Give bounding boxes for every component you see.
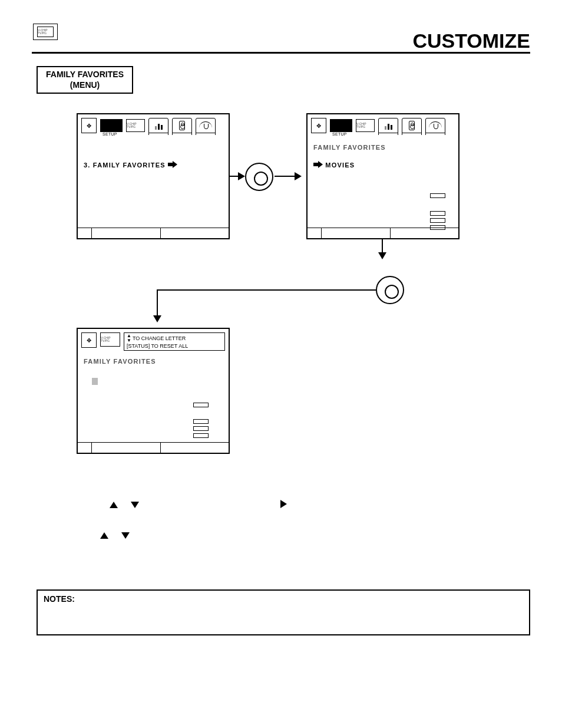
screen-1-body: 3. FAMILY FAVORITES xyxy=(78,137,229,230)
screen-2: ✥ SETUP V-CHIP TV/PG FAMILY FAVORITES MO… xyxy=(306,113,459,239)
arrowhead-right-icon xyxy=(295,172,302,180)
sel-text: FAMILY FAVORITES xyxy=(93,162,166,169)
screen-3-toolbar: ✥ V-CHIP TV/PG ▲▼ TO CHANGE LETTER [STAT… xyxy=(78,329,229,352)
screen-1-footer xyxy=(78,228,229,238)
nav-arrows-icon: ✥ xyxy=(81,118,97,133)
up-triangle-icon xyxy=(110,500,118,510)
hint-box: ▲▼ TO CHANGE LETTER [STATUS] TO RESET AL… xyxy=(124,332,225,351)
side-indicators xyxy=(193,403,209,407)
arrowhead-down-icon xyxy=(378,252,386,259)
screen-2-body: FAMILY FAVORITES MOVIES xyxy=(308,137,458,230)
arrowhead-down-icon xyxy=(153,315,161,322)
tab-antenna-icon xyxy=(196,118,216,133)
vchip-icon: V-CHIP TV/PG xyxy=(100,332,120,347)
page-title: CUSTOMIZE xyxy=(412,29,530,52)
down-triangle-icon xyxy=(121,531,130,541)
flow-line xyxy=(382,239,383,253)
tab-speaker-icon xyxy=(172,118,192,133)
arrow-right-icon xyxy=(313,162,323,167)
screen-1-toolbar: ✥ SETUP V-CHIP TV/PG xyxy=(78,114,229,137)
menu-label-box: FAMILY FAVORITES (MENU) xyxy=(37,66,133,94)
rotary-knob-icon xyxy=(376,276,404,304)
screen-thumb-icon xyxy=(100,119,123,132)
side-indicators-2 xyxy=(193,419,209,438)
vchip-logo-inner: V-CHIP TV/PG xyxy=(37,27,54,37)
setup-label: SETUP xyxy=(103,132,117,136)
setup-label: SETUP xyxy=(332,132,347,136)
vchip-icon: V-CHIP TV/PG xyxy=(126,119,145,132)
nav-arrows-icon: ✥ xyxy=(81,332,97,348)
menu-label-line1: FAMILY FAVORITES xyxy=(46,70,124,80)
screen-2-header: FAMILY FAVORITES xyxy=(313,144,452,151)
tab-antenna-icon xyxy=(425,118,445,133)
nav-arrows-icon: ✥ xyxy=(311,118,326,133)
screen-1-selection: 3. FAMILY FAVORITES xyxy=(84,162,223,169)
notes-box: NOTES: xyxy=(37,589,530,635)
menu-label-line2: (MENU) xyxy=(46,80,124,91)
tab-graph-icon xyxy=(148,118,168,133)
screen-thumb-icon xyxy=(330,119,352,132)
flow-line xyxy=(157,289,376,291)
right-triangle-icon xyxy=(280,500,287,510)
flow-line xyxy=(275,176,296,177)
screen-2-footer xyxy=(308,228,458,238)
up-down-icon: ▲▼ xyxy=(127,334,131,343)
vchip-logo: V-CHIP TV/PG xyxy=(33,24,58,40)
screen-2-toolbar: ✥ SETUP V-CHIP TV/PG xyxy=(308,114,458,137)
hint2: [STATUS] TO RESET ALL xyxy=(127,343,188,350)
arrowhead-right-icon xyxy=(238,172,245,180)
screen-3: ✥ V-CHIP TV/PG ▲▼ TO CHANGE LETTER [STAT… xyxy=(77,328,230,454)
hint1: TO CHANGE LETTER xyxy=(133,335,186,342)
flow-line xyxy=(157,289,158,317)
screen-3-body: FAMILY FAVORITES xyxy=(78,352,229,444)
down-triangle-icon xyxy=(131,500,139,510)
side-indicators xyxy=(430,193,445,198)
tab-graph-icon xyxy=(378,118,398,133)
up-triangle-icon xyxy=(100,531,108,541)
screen-3-footer xyxy=(78,442,229,453)
page: V-CHIP TV/PG CUSTOMIZE FAMILY FAVORITES … xyxy=(0,0,562,728)
sel-text: MOVIES xyxy=(325,162,355,169)
notes-label: NOTES: xyxy=(44,594,75,604)
title-divider xyxy=(32,52,530,54)
arrow-right-icon xyxy=(168,162,177,167)
sel-number: 3. xyxy=(84,162,91,169)
rotary-knob-icon xyxy=(245,163,273,191)
screen-3-header: FAMILY FAVORITES xyxy=(84,358,223,365)
screen-2-selection: MOVIES xyxy=(313,162,452,169)
text-cursor xyxy=(92,377,223,387)
screen-1: ✥ SETUP V-CHIP TV/PG 3. FAMILY FAVORITES xyxy=(77,113,230,239)
tab-speaker-icon xyxy=(402,118,422,133)
vchip-icon: V-CHIP TV/PG xyxy=(356,119,375,132)
